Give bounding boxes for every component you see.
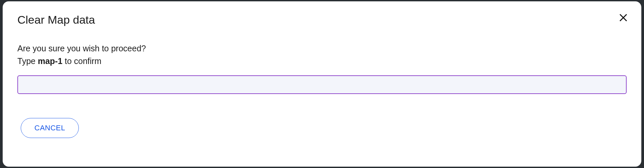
modal-actions: CANCEL [21,118,627,138]
confirmation-instruction: Type map-1 to confirm [17,55,627,68]
close-button[interactable] [616,11,631,25]
type-suffix: to confirm [62,56,102,66]
modal-title: Clear Map data [17,13,627,26]
clear-map-data-modal: Clear Map data Are you sure you wish to … [3,1,641,167]
type-prefix: Type [17,56,38,66]
close-icon [618,13,628,24]
confirmation-key: map-1 [38,56,62,66]
confirmation-question: Are you sure you wish to proceed? [17,42,627,55]
confirmation-input[interactable] [17,75,627,94]
input-wrapper [17,75,627,94]
cancel-button[interactable]: CANCEL [21,118,79,138]
